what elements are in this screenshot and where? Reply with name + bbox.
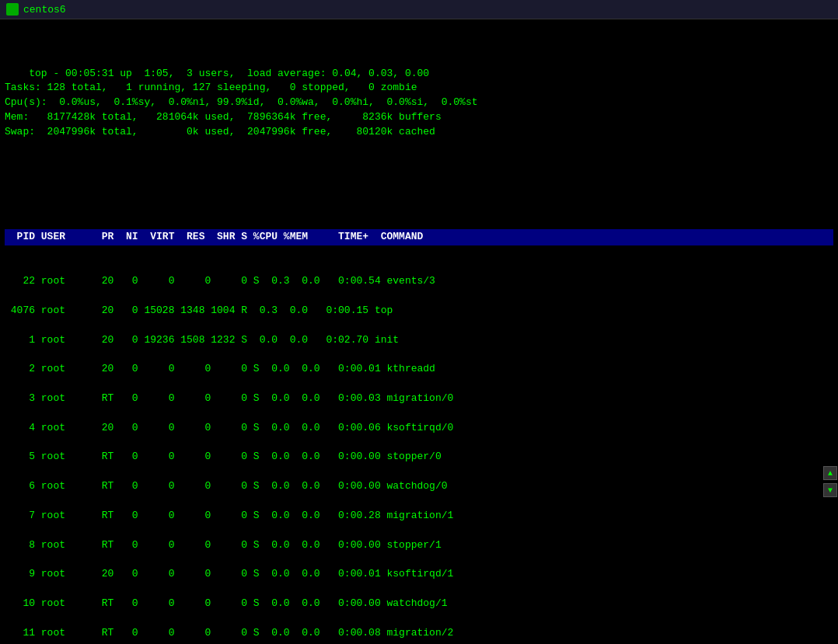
title-bar: centos6	[0, 0, 838, 19]
header-line4: Mem: 8177428k total, 281064k used, 78963…	[5, 111, 442, 123]
header-line2: Tasks: 128 total, 1 running, 127 sleepin…	[5, 82, 417, 93]
table-row: 2 root 20 0 0 0 0 S 0.0 0.0 0:00.01 kthr…	[5, 362, 833, 377]
table-row: 4076 root 20 0 15028 1348 1004 R 0.3 0.0…	[5, 304, 833, 319]
table-row: 4 root 20 0 0 0 0 S 0.0 0.0 0:00.06 ksof…	[5, 421, 833, 436]
header-block: top - 00:05:31 up 1:05, 3 users, load av…	[5, 52, 833, 155]
table-row: 9 root 20 0 0 0 0 S 0.0 0.0 0:00.01 ksof…	[5, 567, 833, 582]
table-header-row: PID USER PR NI VIRT RES SHR S %CPU %MEM …	[5, 229, 833, 245]
scroll-up-button[interactable]: ▲	[823, 466, 837, 480]
header-line1: top - 00:05:31 up 1:05, 3 users, load av…	[29, 68, 429, 79]
title-label: centos6	[23, 4, 66, 16]
header-line3: Cpu(s): 0.0%us, 0.1%sy, 0.0%ni, 99.9%id,…	[5, 96, 478, 108]
table-row: 5 root RT 0 0 0 0 S 0.0 0.0 0:00.00 stop…	[5, 450, 833, 465]
table-row: 6 root RT 0 0 0 0 S 0.0 0.0 0:00.00 watc…	[5, 479, 833, 494]
table-row: 22 root 20 0 0 0 0 S 0.3 0.0 0:00.54 eve…	[5, 274, 833, 289]
table-row: 7 root RT 0 0 0 0 S 0.0 0.0 0:00.28 migr…	[5, 509, 833, 524]
terminal-window: top - 00:05:31 up 1:05, 3 users, load av…	[0, 19, 838, 644]
table-body: 22 root 20 0 0 0 0 S 0.3 0.0 0:00.54 eve…	[5, 274, 833, 644]
table-row: 11 root RT 0 0 0 0 S 0.0 0.0 0:00.08 mig…	[5, 626, 833, 641]
table-row: 8 root RT 0 0 0 0 S 0.0 0.0 0:00.00 stop…	[5, 538, 833, 553]
scrollbar-area: ▲ ▼	[822, 466, 838, 497]
table-row: 1 root 20 0 19236 1508 1232 S 0.0 0.0 0:…	[5, 333, 833, 348]
header-line5: Swap: 2047996k total, 0k used, 2047996k …	[5, 126, 435, 138]
process-table: PID USER PR NI VIRT RES SHR S %CPU %MEM …	[5, 200, 833, 644]
table-row: 10 root RT 0 0 0 0 S 0.0 0.0 0:00.00 wat…	[5, 597, 833, 611]
scroll-down-button[interactable]: ▼	[823, 483, 837, 497]
table-row: 3 root RT 0 0 0 0 S 0.0 0.0 0:00.03 migr…	[5, 392, 833, 406]
terminal-icon	[6, 3, 19, 16]
